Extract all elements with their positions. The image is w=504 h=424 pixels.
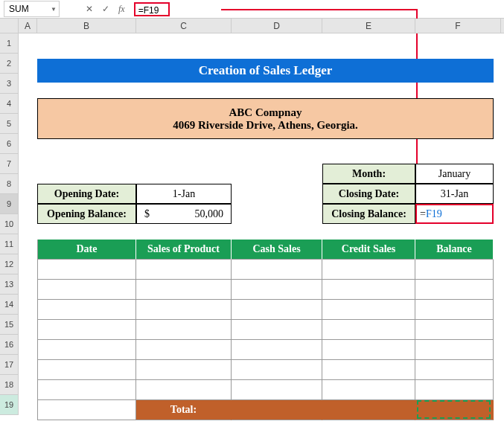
row-header[interactable]: 14 bbox=[0, 295, 19, 315]
table-row[interactable] bbox=[37, 300, 494, 320]
closing-balance-label: Closing Balance: bbox=[322, 204, 415, 224]
col-header-a[interactable]: A bbox=[19, 19, 37, 33]
row-header[interactable]: 11 bbox=[0, 234, 19, 254]
row-header[interactable]: 8 bbox=[0, 174, 19, 194]
worksheet[interactable]: Creation of Sales Ledger ABC Compnay 406… bbox=[19, 33, 504, 424]
row-header[interactable]: 7 bbox=[0, 154, 19, 174]
col-balance[interactable]: Balance bbox=[415, 240, 494, 260]
row-header[interactable]: 16 bbox=[0, 335, 19, 355]
row-header[interactable]: 5 bbox=[0, 114, 19, 134]
table-row[interactable] bbox=[37, 360, 494, 380]
table-row[interactable] bbox=[37, 260, 494, 280]
callout-line-h bbox=[221, 9, 416, 10]
col-cash-sales[interactable]: Cash Sales bbox=[232, 240, 322, 260]
col-header-d[interactable]: D bbox=[232, 19, 322, 33]
col-header-b[interactable]: B bbox=[37, 19, 136, 33]
month-value[interactable]: January bbox=[415, 164, 494, 184]
confirm-icon[interactable]: ✓ bbox=[102, 4, 109, 14]
total-label: Total: bbox=[136, 400, 232, 420]
col-sales-product[interactable]: Sales of Product bbox=[136, 240, 232, 260]
row-header[interactable]: 4 bbox=[0, 94, 19, 114]
table-row[interactable] bbox=[37, 380, 494, 400]
col-credit-sales[interactable]: Credit Sales bbox=[322, 240, 415, 260]
row-header[interactable]: 13 bbox=[0, 274, 19, 295]
row-header-active[interactable]: 9 bbox=[0, 194, 19, 214]
company-name: ABC Compnay bbox=[229, 106, 302, 119]
amount: 50,000 bbox=[195, 208, 224, 220]
name-box-dropdown-icon[interactable]: ▼ bbox=[51, 6, 57, 13]
row-header[interactable]: 15 bbox=[0, 315, 19, 335]
name-box-value: SUM bbox=[9, 4, 29, 14]
currency-symbol: $ bbox=[144, 208, 150, 220]
col-header-e[interactable]: E bbox=[322, 19, 415, 33]
row-header[interactable]: 18 bbox=[0, 375, 19, 395]
row-header[interactable]: 6 bbox=[0, 134, 19, 154]
company-address: 4069 Riverside Drive, Athens, Georgia. bbox=[173, 119, 358, 132]
opening-balance-value[interactable]: $ 50,000 bbox=[136, 204, 232, 224]
opening-balance-label: Opening Balance: bbox=[37, 204, 136, 224]
row-header[interactable]: 19 bbox=[0, 395, 19, 415]
company-box: ABC Compnay 4069 Riverside Drive, Athens… bbox=[37, 98, 494, 139]
closing-date-value[interactable]: 31-Jan bbox=[415, 184, 494, 204]
table-row[interactable] bbox=[37, 340, 494, 360]
table-row[interactable] bbox=[37, 320, 494, 340]
col-header-c[interactable]: C bbox=[136, 19, 232, 33]
opening-date-value[interactable]: 1-Jan bbox=[136, 184, 232, 204]
row-header[interactable]: 17 bbox=[0, 355, 19, 375]
col-date[interactable]: Date bbox=[37, 240, 136, 260]
table-header-row: Date Sales of Product Cash Sales Credit … bbox=[37, 240, 494, 260]
table-total-row: Total: bbox=[37, 400, 494, 420]
total-cash[interactable] bbox=[232, 400, 322, 420]
total-credit[interactable] bbox=[322, 400, 415, 420]
total-balance[interactable] bbox=[415, 400, 494, 420]
closing-date-label: Closing Date: bbox=[322, 184, 415, 204]
row-header[interactable]: 12 bbox=[0, 254, 19, 274]
row-header[interactable]: 10 bbox=[0, 214, 19, 234]
month-label: Month: bbox=[322, 164, 415, 184]
page-title: Creation of Sales Ledger bbox=[37, 59, 494, 83]
select-all-corner[interactable] bbox=[0, 19, 19, 33]
name-box[interactable]: SUM ▼ bbox=[4, 1, 60, 17]
table-row[interactable] bbox=[37, 280, 494, 300]
fx-icon[interactable]: fx bbox=[118, 4, 125, 15]
row-header[interactable]: 3 bbox=[0, 74, 19, 94]
formula-ref: F19 bbox=[426, 208, 442, 220]
column-headers: A B C D E F bbox=[19, 19, 504, 33]
row-headers: 1 2 3 4 5 6 7 8 9 10 11 12 13 14 15 16 1… bbox=[0, 33, 19, 415]
row-header[interactable]: 1 bbox=[0, 33, 19, 54]
cancel-icon[interactable]: ✕ bbox=[86, 4, 93, 14]
formula-input[interactable]: =F19 bbox=[134, 2, 170, 16]
closing-balance-cell[interactable]: =F19 bbox=[415, 204, 494, 224]
row-header[interactable]: 2 bbox=[0, 54, 19, 74]
opening-date-label: Opening Date: bbox=[37, 184, 136, 204]
formula-equals: = bbox=[420, 208, 426, 220]
col-header-f[interactable]: F bbox=[415, 19, 501, 33]
